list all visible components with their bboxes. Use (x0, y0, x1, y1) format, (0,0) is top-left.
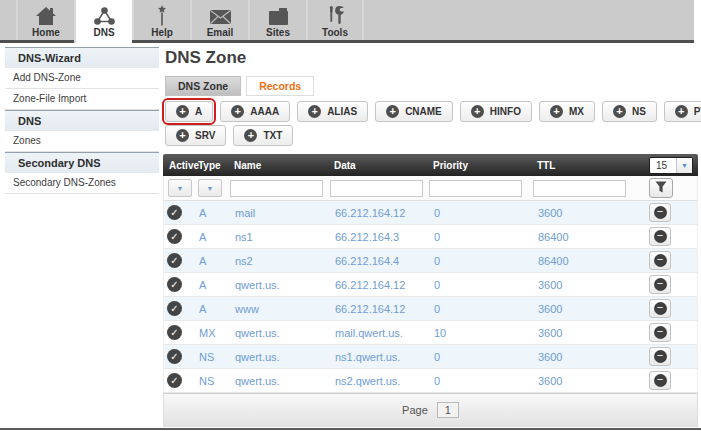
tab-records[interactable]: Records (246, 76, 314, 96)
cell-priority[interactable]: 0 (429, 207, 533, 219)
active-check-icon[interactable]: ✓ (167, 301, 182, 316)
delete-record-button[interactable]: − (649, 251, 671, 270)
active-check-icon[interactable]: ✓ (167, 325, 182, 340)
cell-name[interactable]: qwert.us. (230, 327, 330, 339)
filter-input-ttl[interactable] (533, 180, 626, 197)
table-body: ✓Amail66.212.164.1203600−✓Ans166.212.164… (163, 201, 698, 393)
cell-data[interactable]: mail.qwert.us. (330, 327, 429, 339)
add-record-button-hinfo[interactable]: +HINFO (460, 101, 532, 122)
cell-data[interactable]: 66.212.164.4 (330, 255, 429, 267)
plus-icon: + (675, 105, 688, 118)
cell-name[interactable]: qwert.us. (230, 375, 330, 387)
column-header-active: Active (163, 160, 193, 171)
cell-name[interactable]: qwert.us. (230, 351, 330, 363)
cell-name[interactable]: mail (230, 207, 330, 219)
cell-type[interactable]: NS (194, 351, 230, 363)
toolbar-item-label: DNS (93, 27, 114, 38)
toolbar-item-sites[interactable]: Sites (248, 0, 306, 40)
sidebar-item-secondary-dns-zones[interactable]: Secondary DNS-Zones (5, 173, 159, 194)
filter-input-priority[interactable] (429, 180, 522, 197)
active-check-icon[interactable]: ✓ (167, 253, 182, 268)
cell-ttl[interactable]: 3600 (533, 375, 639, 387)
cell-data[interactable]: 66.212.164.12 (330, 279, 429, 291)
toolbar-item-dns[interactable]: DNS (74, 0, 132, 43)
cell-priority[interactable]: 0 (429, 255, 533, 267)
cell-type[interactable]: MX (194, 327, 230, 339)
toolbar-item-tools[interactable]: Tools (306, 0, 364, 40)
cell-type[interactable]: A (194, 279, 230, 291)
per-page-select[interactable]: 15▼ (649, 157, 693, 174)
plus-icon: + (308, 105, 321, 118)
filter-input-name[interactable] (230, 180, 323, 197)
delete-record-button[interactable]: − (649, 323, 671, 342)
tab-dns-zone[interactable]: DNS Zone (165, 76, 241, 96)
sidebar-item-zones[interactable]: Zones (5, 131, 159, 152)
table-header-row: ActiveTypeNameDataPriorityTTL15▼ (163, 154, 698, 176)
toolbar-item-home[interactable]: Home (16, 0, 74, 40)
add-record-button-txt[interactable]: +TXT (233, 125, 293, 146)
cell-ttl[interactable]: 3600 (533, 207, 639, 219)
add-record-button-a[interactable]: +A (165, 101, 213, 122)
cell-priority[interactable]: 0 (429, 375, 533, 387)
cell-type[interactable]: A (194, 231, 230, 243)
add-record-button-aaaa[interactable]: +AAAA (220, 101, 290, 122)
delete-record-button[interactable]: − (649, 203, 671, 222)
cell-priority[interactable]: 10 (429, 327, 533, 339)
per-page-value: 15 (650, 158, 676, 173)
record-button-label: A (195, 106, 202, 117)
folder-icon (267, 3, 290, 26)
cell-data[interactable]: ns2.qwert.us. (330, 375, 429, 387)
toolbar-item-help[interactable]: Help (132, 0, 190, 40)
add-record-button-ptr[interactable]: +PTR (664, 101, 701, 122)
cell-priority[interactable]: 0 (429, 351, 533, 363)
filter-select-type[interactable]: ▼ (198, 179, 222, 197)
delete-record-button[interactable]: − (649, 227, 671, 246)
delete-record-button[interactable]: − (649, 347, 671, 366)
filter-apply-button[interactable] (649, 178, 673, 198)
add-record-button-cname[interactable]: +CNAME (375, 101, 453, 122)
cell-ttl[interactable]: 86400 (533, 255, 639, 267)
sidebar-item-add-dns-zone[interactable]: Add DNS-Zone (5, 68, 159, 89)
cell-priority[interactable]: 0 (429, 279, 533, 291)
add-record-button-alias[interactable]: +ALIAS (297, 101, 368, 122)
cell-data[interactable]: 66.212.164.3 (330, 231, 429, 243)
filter-input-data[interactable] (330, 180, 423, 197)
table-row: ✓Aqwert.us.66.212.164.1203600− (163, 273, 698, 297)
add-record-button-srv[interactable]: +SRV (165, 125, 226, 146)
delete-record-button[interactable]: − (649, 299, 671, 318)
funnel-icon (655, 181, 667, 196)
cell-name[interactable]: ns1 (230, 231, 330, 243)
home-icon (35, 3, 57, 26)
toolbar-item-email[interactable]: Email (190, 0, 248, 40)
cell-data[interactable]: 66.212.164.12 (330, 303, 429, 315)
cell-name[interactable]: ns2 (230, 255, 330, 267)
active-check-icon[interactable]: ✓ (167, 373, 182, 388)
active-check-icon[interactable]: ✓ (167, 229, 182, 244)
active-check-icon[interactable]: ✓ (167, 205, 182, 220)
filter-select-active[interactable]: ▼ (168, 179, 192, 197)
cell-data[interactable]: 66.212.164.12 (330, 207, 429, 219)
cell-name[interactable]: www (230, 303, 330, 315)
add-record-button-mx[interactable]: +MX (539, 101, 595, 122)
delete-record-button[interactable]: − (649, 275, 671, 294)
add-record-button-ns[interactable]: +NS (602, 101, 657, 122)
cell-ttl[interactable]: 3600 (533, 303, 639, 315)
cell-priority[interactable]: 0 (429, 231, 533, 243)
cell-type[interactable]: A (194, 255, 230, 267)
cell-type[interactable]: NS (194, 375, 230, 387)
plus-icon: + (550, 105, 563, 118)
delete-record-button[interactable]: − (649, 371, 671, 390)
cell-ttl[interactable]: 3600 (533, 279, 639, 291)
active-check-icon[interactable]: ✓ (167, 349, 182, 364)
sidebar-item-zone-file-import[interactable]: Zone-File Import (5, 89, 159, 110)
cell-ttl[interactable]: 3600 (533, 351, 639, 363)
cell-type[interactable]: A (194, 207, 230, 219)
cell-type[interactable]: A (194, 303, 230, 315)
active-check-icon[interactable]: ✓ (167, 277, 182, 292)
cell-ttl[interactable]: 86400 (533, 231, 639, 243)
page-number[interactable]: 1 (437, 402, 459, 418)
cell-data[interactable]: ns1.qwert.us. (330, 351, 429, 363)
cell-name[interactable]: qwert.us. (230, 279, 330, 291)
cell-ttl[interactable]: 3600 (533, 327, 639, 339)
cell-priority[interactable]: 0 (429, 303, 533, 315)
